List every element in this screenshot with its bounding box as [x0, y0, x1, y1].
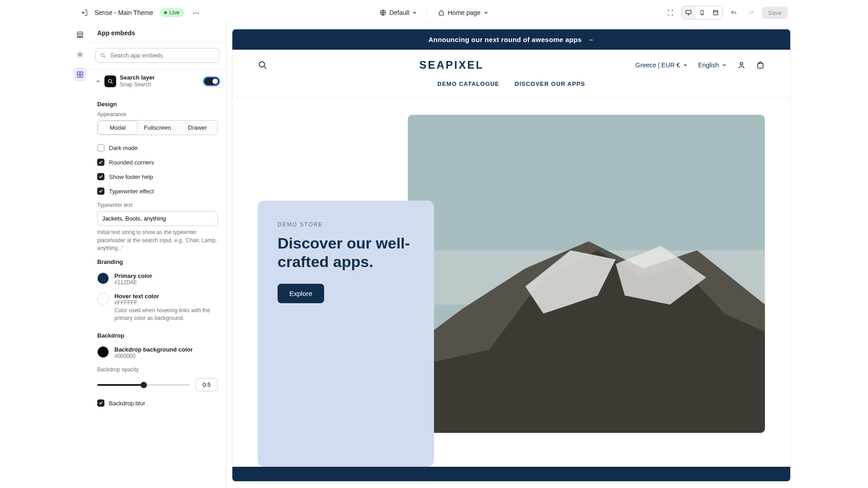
view-mode-dropdown[interactable]: Default: [379, 9, 417, 16]
primary-color-swatch: [97, 272, 109, 284]
typewriter-effect-label: Typerwriter effect: [109, 188, 154, 195]
svg-rect-6: [77, 34, 83, 36]
svg-rect-1: [686, 10, 691, 14]
collapse-embed-icon[interactable]: [95, 79, 101, 84]
backdrop-blur-label: Backdrop blur: [109, 400, 145, 407]
nav-link-discover[interactable]: DISCOVER OUR APPS: [515, 80, 585, 87]
embed-title: Search layer: [120, 74, 200, 81]
announcement-bar[interactable]: Announcing our next round of awesome app…: [232, 29, 790, 50]
hover-color-picker[interactable]: Hover text color #FFFFFF Color used when…: [97, 289, 218, 326]
settings-rail-button[interactable]: [73, 48, 87, 61]
device-preview-group: [681, 6, 723, 19]
svg-rect-9: [77, 72, 80, 74]
cart-icon[interactable]: [756, 61, 765, 70]
chevron-down-icon: [683, 62, 688, 68]
typewriter-text-label: Typewriter text: [97, 202, 218, 208]
rounded-corners-checkbox[interactable]: Rounded corners: [97, 155, 218, 169]
backdrop-blur-checkbox[interactable]: Backdrop blur: [97, 396, 218, 410]
branding-heading: Branding: [97, 258, 218, 265]
hero-cta-button[interactable]: Explore: [278, 284, 324, 303]
undo-button[interactable]: [727, 6, 740, 19]
locale-label: Greece | EUR €: [636, 61, 680, 69]
typewriter-help-text: Initial text string to show as the typew…: [97, 229, 218, 252]
svg-rect-7: [77, 37, 83, 38]
primary-color-picker[interactable]: Primary color #112D4E: [97, 269, 218, 289]
more-actions-button[interactable]: ···: [190, 7, 202, 19]
language-label: English: [698, 61, 719, 69]
appearance-option-modal[interactable]: Modal: [98, 121, 137, 135]
primary-color-label: Primary color: [114, 272, 152, 279]
language-dropdown[interactable]: English: [698, 61, 727, 69]
chevron-down-icon: [412, 10, 417, 15]
dark-mode-checkbox[interactable]: Dark mode: [97, 141, 218, 155]
show-footer-help-label: Show footer help: [109, 174, 153, 180]
theme-name: Sense - Main Theme: [94, 9, 153, 16]
svg-point-16: [740, 62, 743, 65]
backdrop-bg-color-picker[interactable]: Backdrop background color #000000: [97, 343, 218, 363]
save-button[interactable]: Save: [762, 7, 788, 19]
appearance-option-drawer[interactable]: Drawer: [178, 121, 217, 135]
hero-eyebrow: DEMO STORE: [278, 221, 414, 228]
store-logo[interactable]: SEAPIXEL: [268, 59, 636, 71]
svg-rect-4: [714, 10, 718, 15]
page-label: Home page: [448, 9, 480, 16]
svg-point-3: [702, 14, 703, 14]
redo-button[interactable]: [745, 6, 757, 19]
fullscreen-preview-button[interactable]: [709, 6, 722, 19]
mobile-preview-button[interactable]: [695, 6, 709, 19]
theme-preview: Announcing our next round of awesome app…: [232, 29, 791, 482]
account-icon[interactable]: [737, 61, 746, 70]
backdrop-heading: Backdrop: [97, 332, 218, 339]
page-dropdown[interactable]: Home page: [438, 9, 488, 16]
chevron-down-icon: [722, 62, 727, 68]
hero-title: Discover our well-crafted apps.: [278, 234, 414, 271]
svg-point-15: [259, 61, 264, 67]
view-mode-label: Default: [389, 9, 409, 16]
hover-color-label: Hover text color: [114, 293, 218, 300]
svg-rect-12: [80, 75, 83, 77]
svg-point-8: [79, 54, 81, 56]
nav-link-catalogue[interactable]: DEMO CATALOGUE: [438, 80, 500, 87]
rounded-corners-label: Rounded corners: [109, 159, 154, 166]
hover-color-help: Color used when hovering links with the …: [114, 307, 218, 322]
show-footer-help-checkbox[interactable]: Show footer help: [97, 169, 218, 184]
exit-icon[interactable]: [80, 9, 88, 17]
inspector-icon[interactable]: [664, 6, 677, 19]
svg-rect-10: [80, 72, 83, 74]
appearance-segmented: Modal Fullscreen Drawer: [97, 120, 218, 135]
appearance-option-fullscreen[interactable]: Fullscreen: [137, 121, 177, 135]
svg-rect-11: [77, 75, 80, 77]
typewriter-text-input[interactable]: [97, 211, 218, 226]
svg-rect-17: [758, 63, 763, 68]
embed-subtitle: Snap Search: [120, 81, 200, 88]
announcement-text: Announcing our next round of awesome app…: [429, 36, 582, 43]
backdrop-bg-swatch: [97, 346, 109, 358]
svg-point-14: [108, 79, 112, 82]
backdrop-opacity-slider[interactable]: [97, 384, 190, 386]
locale-dropdown[interactable]: Greece | EUR €: [636, 61, 689, 69]
separator: [427, 8, 428, 17]
sidebar-title: App embeds: [89, 22, 226, 42]
storefront-search-icon[interactable]: [258, 60, 268, 70]
app-embeds-rail-button[interactable]: [73, 68, 87, 81]
sections-rail-button[interactable]: [73, 28, 87, 42]
primary-color-hex: #112D4E: [114, 279, 152, 286]
chevron-down-icon: [483, 10, 489, 15]
live-badge: Live: [160, 8, 184, 17]
typewriter-effect-checkbox[interactable]: Typerwriter effect: [97, 184, 218, 198]
embed-enable-toggle[interactable]: [203, 77, 220, 86]
backdrop-bg-label: Backdrop background color: [114, 346, 193, 353]
hover-color-hex: #FFFFFF: [114, 300, 218, 306]
backdrop-opacity-label: Backdrop opacity: [97, 366, 218, 373]
search-embeds-input[interactable]: [95, 48, 220, 63]
arrow-right-icon: →: [587, 36, 594, 43]
svg-point-13: [101, 53, 104, 56]
design-heading: Design: [97, 101, 218, 108]
search-icon: [100, 52, 106, 59]
footer-strip: [232, 467, 790, 481]
backdrop-bg-hex: #000000: [114, 353, 193, 359]
embed-app-icon: [104, 75, 116, 87]
svg-rect-5: [77, 32, 83, 34]
backdrop-opacity-value[interactable]: [195, 378, 218, 391]
desktop-preview-button[interactable]: [682, 6, 695, 19]
